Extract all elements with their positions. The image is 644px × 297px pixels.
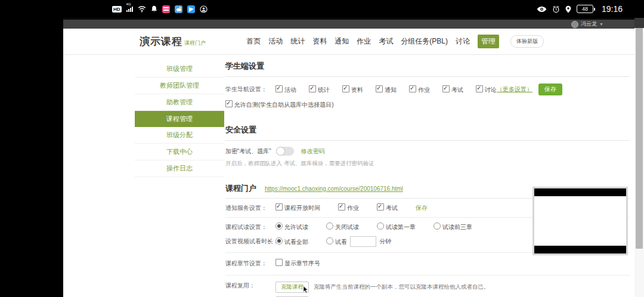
checkbox-notifications[interactable]: 通知 [376, 85, 397, 94]
try-new-version-button[interactable]: 体验新版 [510, 35, 544, 48]
checkbox-self-test[interactable]: 允许自测(学生自助从题库中选择题目) [225, 100, 334, 109]
checkbox-icon [309, 85, 316, 92]
messenger-app-icon [187, 5, 195, 13]
sidebar-item-class-management[interactable]: 班级管理 [135, 61, 224, 78]
nav-home[interactable]: 首页 [246, 36, 261, 47]
nav-discussion[interactable]: 讨论 [456, 36, 470, 47]
video-label: 设置视频试看时长： [225, 237, 275, 246]
clone-course-button[interactable]: 克隆课程 [275, 281, 309, 293]
site-topbar: 冯云龙 ▼ [63, 20, 634, 29]
sidebar-item-ta-management[interactable]: 助教管理 [135, 94, 224, 111]
page-subtitle: 课程门户 [184, 39, 206, 47]
course-nav: 首页 活动 统计 资料 通知 作业 考试 分组任务(PBL) 讨论 管理 体验新… [246, 35, 544, 48]
location-pin-icon [565, 5, 571, 13]
username[interactable]: 冯云龙 [581, 20, 597, 28]
sidebar-item-course-management[interactable]: 课程管理 [135, 111, 224, 127]
student-nav-label: 学生导航设置： [225, 85, 275, 94]
student-nav-settings-row: 学生导航设置： 活动 统计 资料 通知 作业 考试 讨论 （更多设置） 保存 [225, 77, 630, 99]
status-bar: HD 4G 48 19:16 [0, 0, 644, 18]
sidebar-item-download-center[interactable]: 下载中心 [135, 144, 224, 160]
checkbox-open-time[interactable]: 课程开放时间 [275, 203, 320, 212]
checkbox-homework[interactable]: 作业 [409, 85, 430, 94]
radio-icon [377, 222, 384, 230]
checkbox-chapter-number[interactable]: 显示章节序号 [275, 259, 320, 268]
self-test-row: 允许自测(学生自助从题库中选择题目) [225, 99, 630, 117]
more-settings-link[interactable]: （更多设置） [497, 85, 532, 94]
radio-close-trial[interactable]: 关闭试读 [326, 222, 359, 231]
radio-preview-limited[interactable]: 试看 [326, 237, 347, 246]
modify-password-link[interactable]: 修改密码 [301, 147, 325, 156]
encrypt-description: 开启后，教师团队进入 考试、题库模块，需要进行密码验证 [225, 158, 630, 176]
radio-preview-all[interactable]: 试看全部 [275, 237, 308, 246]
checkbox-icon [442, 85, 450, 92]
wifi-icon [138, 5, 146, 13]
content-area: 班级管理 教师团队管理 助教管理 课程管理 班级分配 下载中心 操作日志 学生端… [63, 55, 634, 297]
course-reuse-row: 课程复用： 克隆课程 克隆将产生当前课程的一个副本，您可以克隆本课程给他人或者自… [225, 276, 630, 297]
course-title-wrap: 演示课程 课程门户 [140, 35, 206, 48]
page-scrollbar[interactable] [634, 18, 644, 297]
checkbox-discussion[interactable]: 讨论 [476, 85, 497, 94]
radio-trial-three-chapters[interactable]: 试读前三章 [434, 222, 472, 231]
notify-save-link[interactable]: 保存 [416, 204, 428, 212]
nav-materials[interactable]: 资料 [312, 36, 327, 47]
radio-icon [434, 222, 441, 230]
nav-homework[interactable]: 作业 [357, 36, 371, 47]
status-right-icons: 48 19:16 [537, 0, 623, 18]
chapter-label: 课程章节设置： [225, 259, 275, 268]
encrypt-row: 加密“考试、题库” 修改密码 [225, 141, 630, 158]
save-button[interactable]: 保存 [538, 83, 562, 95]
left-letterbox [0, 18, 63, 297]
toggle-knob [277, 147, 284, 155]
floating-video-window[interactable] [532, 187, 628, 255]
checkbox-icon [275, 259, 283, 266]
checkbox-notify-exam[interactable]: 考试 [377, 203, 398, 212]
radio-allow-trial[interactable]: 允许试读 [275, 222, 308, 231]
weather-app-icon [175, 5, 182, 13]
radio-icon [275, 222, 283, 230]
encrypt-toggle[interactable] [276, 147, 294, 156]
video-letterbox-top [534, 188, 626, 196]
hd-icon: HD [112, 6, 122, 13]
reuse-label: 课程复用： [225, 281, 275, 290]
minutes-unit-label: 分钟 [379, 237, 391, 246]
trial-minutes-input[interactable] [350, 236, 376, 247]
sidebar-item-teacher-team[interactable]: 教师团队管理 [135, 78, 224, 94]
account-shield-icon [200, 5, 208, 13]
sidebar-item-operation-log[interactable]: 操作日志 [135, 160, 224, 177]
checkbox-icon [275, 203, 283, 211]
checkbox-icon [377, 203, 384, 211]
course-portal-link[interactable]: https://mooc1.chaoxing.com/course/200106… [265, 185, 403, 192]
eye-icon [537, 6, 547, 13]
nav-exams[interactable]: 考试 [379, 36, 393, 47]
radio-trial-first-chapter[interactable]: 试读第一章 [377, 222, 416, 231]
clock-time: 19:16 [602, 4, 623, 14]
checkbox-materials[interactable]: 资料 [342, 85, 363, 94]
section-title-student: 学生端设置 [225, 61, 630, 77]
checkbox-statistics[interactable]: 统计 [309, 85, 330, 94]
checkbox-notify-homework[interactable]: 作业 [338, 203, 359, 212]
nav-activity[interactable]: 活动 [268, 36, 283, 47]
sidebar-item-class-assignment[interactable]: 班级分配 [135, 127, 224, 144]
notification-bell-icon [151, 5, 157, 13]
checkbox-icon [409, 85, 416, 92]
settings-panel: 学生端设置 学生导航设置： 活动 统计 资料 通知 作业 考试 讨论 （更多设置… [225, 61, 630, 297]
alarm-clock-icon [552, 5, 560, 13]
checkbox-activity[interactable]: 活动 [275, 85, 296, 94]
clone-description: 克隆将产生当前课程的一个副本，您可以克隆本课程给他人或者自己。 [314, 283, 490, 291]
checkbox-icon [342, 85, 349, 92]
radio-icon [326, 222, 333, 230]
nav-notifications[interactable]: 通知 [335, 36, 349, 47]
video-content [534, 196, 626, 246]
battery-percent: 48 [577, 5, 593, 13]
checkbox-exams[interactable]: 考试 [442, 85, 463, 94]
clone-line: 克隆课程 克隆将产生当前课程的一个副本，您可以克隆本课程给他人或者自己。 [275, 281, 540, 293]
checkbox-icon [376, 85, 383, 92]
scrollbar-thumb[interactable] [636, 28, 643, 249]
encrypt-label: 加密“考试、题库” [225, 147, 271, 156]
nav-statistics[interactable]: 统计 [290, 36, 305, 47]
nav-manage[interactable]: 管理 [478, 35, 499, 48]
nav-pbl[interactable]: 分组任务(PBL) [401, 36, 448, 47]
user-avatar[interactable] [571, 21, 578, 28]
checkbox-icon [476, 85, 483, 92]
battery-icon: 48 [577, 5, 595, 13]
